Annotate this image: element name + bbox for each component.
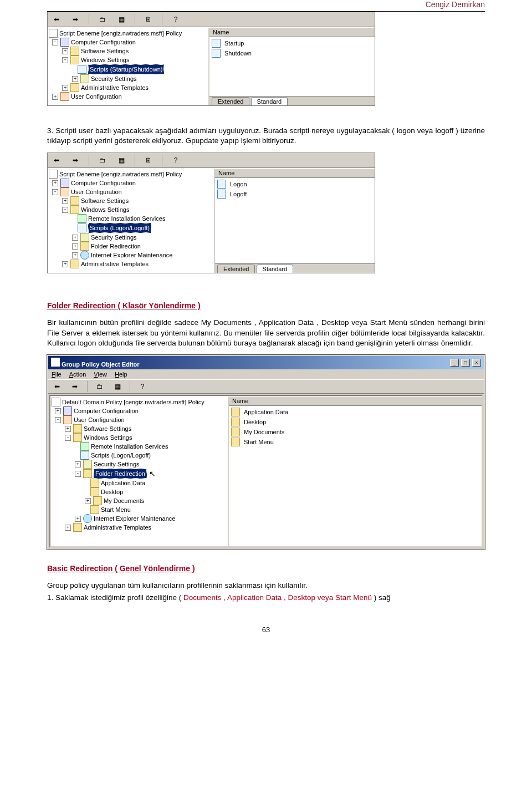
list-column-name[interactable]: Name <box>215 169 375 178</box>
expander-icon[interactable]: - <box>52 189 58 195</box>
tree-item[interactable]: Security Settings <box>91 233 137 242</box>
maximize-button[interactable]: □ <box>461 359 470 367</box>
expander-icon[interactable]: + <box>52 94 58 100</box>
expander-icon[interactable]: + <box>65 426 71 432</box>
window-titlebar[interactable]: Group Policy Object Editor _ □ × <box>48 356 484 369</box>
list-item[interactable]: My Documents <box>231 427 479 437</box>
tree-item[interactable]: Internet Explorer Maintenance <box>94 514 175 523</box>
expander-icon[interactable]: + <box>75 461 81 467</box>
menu-action[interactable]: Action <box>69 371 86 378</box>
expander-icon[interactable]: + <box>85 498 91 504</box>
up-folder-icon[interactable]: 🗀 <box>94 381 105 392</box>
expander-icon[interactable]: + <box>62 48 68 54</box>
tree-item[interactable]: Start Menu <box>101 505 131 514</box>
close-button[interactable]: × <box>472 359 481 367</box>
gpo-tree[interactable]: Default Domain Policy [cengiz.nwtraders.… <box>50 397 229 546</box>
tree-item[interactable]: Desktop <box>101 487 123 496</box>
tree-item[interactable]: Software Settings <box>84 424 131 433</box>
expander-icon[interactable]: - <box>62 57 68 63</box>
tree-item[interactable]: Computer Configuration <box>71 179 136 187</box>
heading-folder-redirection: Folder Redirection ( Klasör Yönlendirme … <box>47 301 485 310</box>
tree-item[interactable]: Computer Configuration <box>74 406 139 415</box>
list-item[interactable]: Logon <box>217 179 372 189</box>
tree-item[interactable]: Remote Installation Services <box>91 442 168 451</box>
expander-icon[interactable]: - <box>75 471 81 477</box>
expander-icon[interactable]: + <box>75 516 81 522</box>
list-item[interactable]: Shutdown <box>212 48 372 58</box>
expander-icon[interactable]: + <box>52 180 58 186</box>
forward-icon[interactable]: ➡ <box>69 381 80 392</box>
tree-item-selected[interactable]: Scripts (Logon/Logoff) <box>88 223 151 233</box>
tree-item[interactable]: Remote Installation Services <box>88 214 165 223</box>
back-icon[interactable]: ⬅ <box>51 155 62 166</box>
expander-icon[interactable]: + <box>72 235 78 241</box>
tree-item[interactable]: Security Settings <box>94 460 140 469</box>
expander-icon[interactable]: + <box>62 85 68 91</box>
tree-item[interactable]: Administrative Templates <box>81 260 149 268</box>
mmc2-tree[interactable]: Script Deneme [cengiz.nwtraders.msft] Po… <box>48 169 215 273</box>
tree-item[interactable]: Administrative Templates <box>81 83 149 92</box>
tree-item[interactable]: Folder Redirection <box>91 242 141 251</box>
expander-icon[interactable]: - <box>62 207 68 213</box>
tree-item[interactable]: Internet Explorer Maintenance <box>91 251 172 260</box>
expander-icon[interactable]: - <box>55 417 61 423</box>
expander-icon[interactable]: + <box>72 76 78 82</box>
help-icon[interactable]: ? <box>170 14 181 25</box>
tree-item-selected[interactable]: Scripts (Startup/Shutdown) <box>88 64 164 74</box>
tree-item[interactable]: Scripts (Logon/Logoff) <box>91 451 151 460</box>
list-item[interactable]: Start Menu <box>231 437 479 447</box>
folder-icon <box>70 47 79 55</box>
mmc1-tree[interactable]: Script Deneme [cengiz.nwtraders.msft] Po… <box>48 28 209 105</box>
expander-icon[interactable]: + <box>72 252 78 258</box>
tree-item[interactable]: Security Settings <box>91 74 137 83</box>
list-item[interactable]: Desktop <box>231 417 479 427</box>
export-icon[interactable]: 🗎 <box>143 155 154 166</box>
list-column-name[interactable]: Name <box>229 397 482 406</box>
tree-item[interactable]: Computer Configuration <box>71 38 136 47</box>
menu-help[interactable]: Help <box>115 371 127 378</box>
tree-item[interactable]: Software Settings <box>81 47 129 55</box>
back-icon[interactable]: ⬅ <box>52 381 63 392</box>
expander-icon[interactable]: - <box>52 39 58 45</box>
tab-extended[interactable]: Extended <box>212 97 249 105</box>
minimize-button[interactable]: _ <box>450 359 459 367</box>
menu-file[interactable]: File <box>52 371 62 378</box>
up-folder-icon[interactable]: 🗀 <box>97 155 108 166</box>
list-item[interactable]: Application Data <box>231 407 479 417</box>
menu-view[interactable]: View <box>94 371 107 378</box>
expander-icon[interactable]: + <box>62 198 68 204</box>
expander-icon[interactable]: + <box>55 408 61 414</box>
expander-icon[interactable]: + <box>62 261 68 267</box>
show-tree-icon[interactable]: ▦ <box>116 14 127 25</box>
tree-item[interactable]: Application Data <box>101 479 145 487</box>
tree-item[interactable]: Windows Settings <box>84 433 132 442</box>
forward-icon[interactable]: ➡ <box>70 14 81 25</box>
help-icon[interactable]: ? <box>170 155 181 166</box>
tree-item[interactable]: My Documents <box>104 496 144 505</box>
show-tree-icon[interactable]: ▦ <box>112 381 123 392</box>
tab-extended[interactable]: Extended <box>217 265 255 273</box>
tree-item[interactable]: Software Settings <box>81 196 129 205</box>
export-icon[interactable]: 🗎 <box>143 14 154 25</box>
tab-standard[interactable]: Standard <box>251 97 288 105</box>
forward-icon[interactable]: ➡ <box>70 155 81 166</box>
list-item[interactable]: Logoff <box>217 189 372 199</box>
help-icon[interactable]: ? <box>137 381 148 392</box>
expander-icon[interactable]: + <box>72 243 78 250</box>
tree-item[interactable]: User Configuration <box>71 187 122 196</box>
tab-standard[interactable]: Standard <box>257 265 294 273</box>
tree-item[interactable]: Administrative Templates <box>84 523 151 532</box>
tree-item[interactable]: Windows Settings <box>81 55 129 64</box>
tree-item[interactable]: Windows Settings <box>81 205 129 214</box>
show-tree-icon[interactable]: ▦ <box>116 155 127 166</box>
tree-item[interactable]: User Configuration <box>74 415 125 424</box>
list-column-name[interactable]: Name <box>209 28 375 37</box>
up-folder-icon[interactable]: 🗀 <box>97 14 108 25</box>
expander-icon[interactable]: - <box>65 435 71 441</box>
back-icon[interactable]: ⬅ <box>51 14 62 25</box>
tree-item-selected[interactable]: Folder Redirection <box>94 469 147 479</box>
expander-icon[interactable]: + <box>65 525 71 531</box>
list-item[interactable]: Startup <box>212 38 372 48</box>
tree-item[interactable]: User Configuration <box>71 92 122 101</box>
gpo-editor-window: Group Policy Object Editor _ □ × File Ac… <box>47 355 485 550</box>
